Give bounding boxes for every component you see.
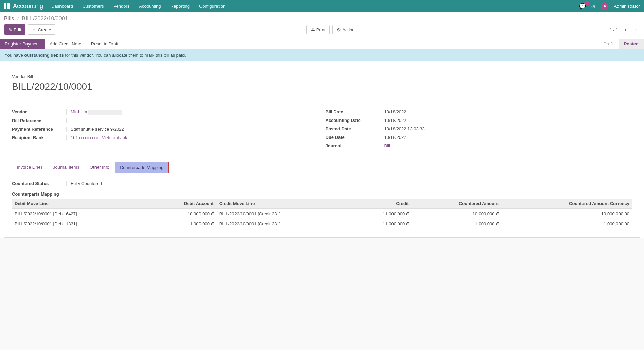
brand[interactable]: Accounting [13, 3, 43, 10]
pager-prev-icon[interactable]: ‹ [622, 25, 630, 34]
due-date-value: 10/18/2022 [380, 135, 632, 140]
bill-date-value: 10/18/2022 [380, 109, 632, 114]
pager-next-icon[interactable]: › [632, 25, 640, 34]
col-countered-amount-currency[interactable]: Countered Amount Currency [501, 199, 632, 209]
redacted-icon [88, 110, 122, 115]
nav-accounting[interactable]: Accounting [139, 4, 161, 9]
tab-counterparts-mapping[interactable]: Counterparts Mapping [115, 162, 169, 173]
controls-row: ✎Edit ＋Create 🖶Print ⚙Action 1 / 1 ‹ › [0, 23, 644, 39]
col-countered-amount[interactable]: Countered Amount [412, 199, 501, 209]
counterparts-table: Debit Move Line Debit Account Credit Mov… [12, 199, 632, 229]
form-sheet: Vendor Bill BILL/2022/10/0001 Vendor Min… [4, 66, 640, 238]
avatar[interactable]: A [601, 2, 608, 10]
breadcrumb-current: BILL/2022/10/0001 [22, 16, 68, 21]
tab-invoice-lines[interactable]: Invoice Lines [12, 162, 48, 173]
bill-reference-value [66, 118, 319, 123]
top-menu: Dashboard Customers Vendors Accounting R… [51, 4, 225, 9]
nav-reporting[interactable]: Reporting [171, 4, 190, 9]
top-nav: Accounting Dashboard Customers Vendors A… [0, 0, 644, 12]
apps-icon[interactable] [4, 3, 10, 9]
chat-badge: 1 [584, 1, 590, 5]
recipient-bank-label: Recipient Bank [12, 135, 66, 140]
print-button[interactable]: 🖶Print [306, 25, 330, 34]
table-row[interactable]: BILL/2022/10/0001 [Debit 6427] 10,000,00… [12, 209, 632, 219]
print-icon: 🖶 [311, 27, 315, 32]
counterparts-section-title: Counterparts Mapping [12, 191, 632, 197]
record-title: BILL/2022/10/0001 [12, 81, 632, 92]
due-date-label: Due Date [326, 135, 380, 140]
payment-reference-label: Payment Reference [12, 127, 66, 132]
gear-icon: ⚙ [337, 27, 341, 32]
chat-icon[interactable]: 💬1 [579, 3, 586, 10]
status-posted: Posted [619, 39, 644, 49]
countered-status-value: Fully Countered [66, 181, 102, 186]
col-credit-move-line[interactable]: Credit Move Line [216, 199, 349, 209]
countered-status-label: Countered Status [12, 181, 66, 186]
accounting-date-label: Accounting Date [326, 118, 380, 123]
nav-customers[interactable]: Customers [83, 4, 104, 9]
col-debit-account[interactable]: Debit Account [146, 199, 216, 209]
col-credit[interactable]: Credit [349, 199, 412, 209]
accounting-date-value: 10/18/2022 [380, 118, 632, 123]
activities-icon[interactable]: ◷ [591, 3, 595, 9]
vendor-value[interactable]: Minh Ha [66, 109, 319, 115]
nav-dashboard[interactable]: Dashboard [51, 4, 73, 9]
journal-value[interactable]: Bill [380, 143, 632, 148]
table-row[interactable]: BILL/2022/10/0001 [Debit 1331] 1,000,000… [12, 219, 632, 229]
posted-date-label: Posted Date [326, 126, 380, 131]
breadcrumb-parent[interactable]: Bills [4, 16, 14, 21]
nav-configuration[interactable]: Configuration [199, 4, 225, 9]
pager[interactable]: 1 / 1 [610, 27, 618, 32]
register-payment-button[interactable]: Register Payment [0, 39, 45, 49]
edit-button[interactable]: ✎Edit [4, 24, 25, 35]
posted-date-value: 10/18/2022 13:03:33 [380, 126, 632, 131]
breadcrumb: Bills / BILL/2022/10/0001 [0, 12, 644, 23]
journal-label: Journal [326, 143, 380, 148]
pencil-icon: ✎ [8, 27, 12, 32]
bill-date-label: Bill Date [326, 109, 380, 114]
tab-journal-items[interactable]: Journal Items [48, 162, 85, 173]
tabs: Invoice Lines Journal Items Other Info C… [12, 162, 632, 173]
col-debit-move-line[interactable]: Debit Move Line [12, 199, 146, 209]
action-button[interactable]: ⚙Action [332, 25, 359, 34]
record-type-label: Vendor Bill [12, 74, 632, 79]
reset-to-draft-button[interactable]: Reset to Draft [86, 39, 123, 49]
outstanding-alert: You have outstanding debits for this ven… [0, 49, 644, 61]
bill-reference-label: Bill Reference [12, 118, 66, 123]
action-bar: Register Payment Add Credit Note Reset t… [0, 39, 644, 49]
nav-vendors[interactable]: Vendors [114, 4, 130, 9]
plus-icon: ＋ [32, 26, 36, 33]
tab-other-info[interactable]: Other Info [85, 162, 115, 173]
status-draft: Draft [598, 39, 618, 49]
username[interactable]: Administrator [614, 4, 640, 9]
vendor-label: Vendor [12, 109, 66, 115]
recipient-bank-value[interactable]: 101xxxxxxxxx - Vietcombank [66, 135, 319, 140]
breadcrumb-sep: / [17, 16, 19, 21]
create-button[interactable]: ＋Create [28, 24, 55, 35]
payment-reference-value: Staff shuttle service 9/2022 [66, 127, 319, 132]
add-credit-note-button[interactable]: Add Credit Note [45, 39, 86, 49]
